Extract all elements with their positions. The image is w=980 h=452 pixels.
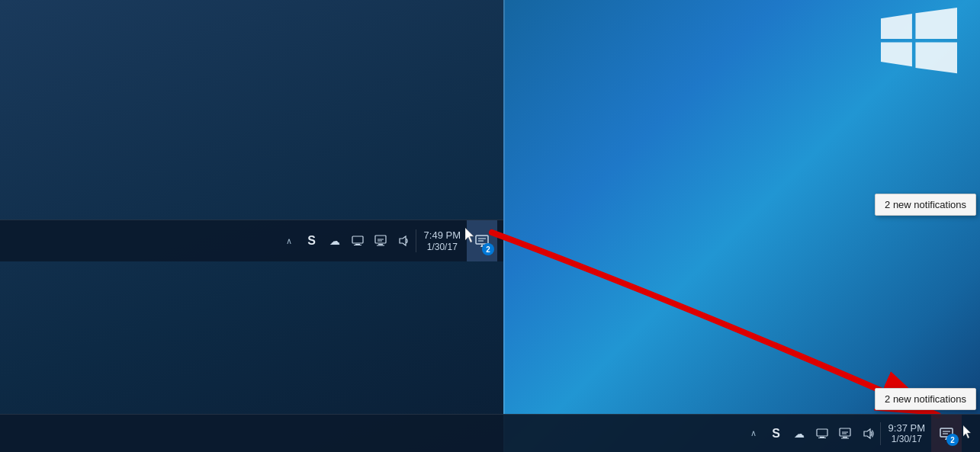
speaker-icon-bottom (862, 428, 874, 440)
monitor-icon-bottom[interactable] (834, 415, 856, 452)
chevron-up-icon-bottom: ∧ (750, 428, 757, 438)
action-center-button-bottom[interactable]: 2 (931, 415, 962, 452)
notification-badge-top: 2 (482, 243, 494, 255)
svg-rect-15 (817, 429, 827, 436)
s-letter-icon-bottom: S (772, 427, 780, 441)
monitor-icon-top[interactable] (370, 220, 391, 261)
cursor-bottom (963, 425, 974, 442)
svg-rect-0 (352, 236, 363, 243)
taskbar-bottom: ∧ S ☁ (0, 414, 980, 452)
svg-marker-23 (864, 429, 870, 438)
overflow-chevron-top[interactable]: ∧ (278, 220, 300, 261)
tooltip-top: 2 new notifications (875, 194, 976, 216)
screen-divider (503, 0, 505, 452)
svg-marker-13 (465, 228, 474, 242)
systray-bottom: ∧ S ☁ (743, 415, 879, 452)
device-icon-top[interactable] (347, 220, 368, 261)
volume-icon-bottom[interactable] (857, 415, 879, 452)
svg-marker-28 (963, 425, 971, 438)
speaker-icon (397, 235, 410, 247)
chevron-up-icon: ∧ (286, 236, 292, 246)
taskbar-separator-bottom (880, 422, 881, 445)
svg-rect-4 (378, 244, 383, 245)
clock-bottom[interactable]: 9:37 PM 1/30/17 (882, 415, 931, 452)
notification-badge-bottom: 2 (946, 434, 959, 446)
badge-count-bottom: 2 (950, 436, 955, 444)
monitor-svg-icon (374, 235, 387, 247)
onedrive-icon-top[interactable]: ☁ (324, 220, 345, 261)
tooltip-bottom-text: 2 new notifications (885, 393, 966, 405)
cloud-icon-bottom: ☁ (794, 428, 805, 440)
monitor-svg-icon-bottom (839, 428, 851, 440)
taskbar-top: ∧ S ☁ (0, 220, 503, 261)
svg-rect-20 (841, 438, 849, 438)
skype-icon-bottom[interactable]: S (766, 415, 787, 452)
device-svg-icon-bottom (816, 428, 828, 440)
device-icon-bottom[interactable] (811, 415, 833, 452)
tooltip-bottom: 2 new notifications (875, 388, 976, 410)
svg-rect-19 (843, 437, 847, 438)
skype-icon-top[interactable]: S (301, 220, 323, 261)
clock-date-top: 1/30/17 (427, 242, 458, 252)
cursor-top (465, 228, 477, 246)
svg-rect-5 (377, 245, 384, 246)
svg-rect-2 (354, 245, 361, 245)
clock-top[interactable]: 7:49 PM 1/30/17 (418, 220, 467, 261)
badge-count-top: 2 (486, 245, 490, 254)
right-background (503, 0, 980, 452)
svg-marker-8 (400, 236, 406, 245)
volume-icon-top[interactable] (393, 220, 414, 261)
clock-time-bottom: 9:37 PM (888, 422, 925, 434)
cloud-icon: ☁ (329, 235, 340, 247)
clock-date-bottom: 1/30/17 (892, 434, 922, 444)
onedrive-icon-bottom[interactable]: ☁ (789, 415, 810, 452)
clock-time-top: 7:49 PM (424, 229, 461, 242)
device-svg-icon (352, 235, 364, 247)
systray-top: ∧ S ☁ (278, 220, 414, 261)
windows-logo (873, 8, 965, 84)
tooltip-top-text: 2 new notifications (885, 199, 966, 210)
s-letter-icon: S (307, 234, 316, 248)
svg-rect-17 (818, 438, 826, 438)
overflow-chevron-bottom[interactable]: ∧ (743, 415, 764, 452)
taskbar-separator-top (416, 229, 416, 252)
